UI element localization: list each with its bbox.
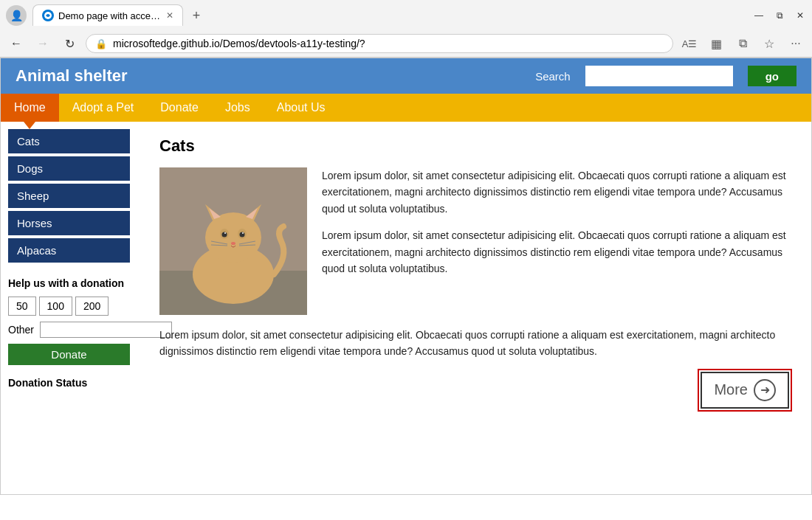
amount-100-button[interactable]: 100 xyxy=(39,297,72,316)
window-controls: — ⧉ ✕ xyxy=(753,10,806,21)
sidebar-item-alpacas[interactable]: Alpacas xyxy=(8,238,130,263)
tab-bar: Demo page with accessibility issu ✕ + xyxy=(32,4,747,26)
svg-point-14 xyxy=(242,232,244,234)
minimize-button[interactable]: — xyxy=(753,10,765,21)
more-section: More ➜ xyxy=(159,372,789,409)
url-text: microsoftedge.github.io/Demos/devtools-a… xyxy=(113,38,664,49)
site-header: Animal shelter Search go xyxy=(1,58,811,94)
text-paragraphs: Lorem ipsum dolor, sit amet consectetur … xyxy=(322,167,789,315)
paragraph-2: Lorem ipsum dolor, sit amet consectetur … xyxy=(322,227,789,277)
nav-item-home[interactable]: Home xyxy=(1,94,59,122)
donation-section-title: Help us with a donation xyxy=(8,277,130,289)
title-bar: 👤 Demo page with accessibility issu ✕ + … xyxy=(0,0,812,30)
address-bar: ← → ↻ 🔒 microsoftedge.github.io/Demos/de… xyxy=(0,30,812,57)
amount-200-button[interactable]: 200 xyxy=(75,297,109,316)
svg-point-12 xyxy=(240,232,245,238)
arrow-right-icon: ➜ xyxy=(760,383,770,397)
url-box[interactable]: 🔒 microsoftedge.github.io/Demos/devtools… xyxy=(86,34,673,53)
refresh-button[interactable]: ↻ xyxy=(59,33,80,54)
amount-buttons: 50 100 200 xyxy=(8,297,130,316)
donate-button[interactable]: Donate xyxy=(8,344,130,365)
amount-50-button[interactable]: 50 xyxy=(8,297,36,316)
nav-item-about[interactable]: About Us xyxy=(264,94,339,122)
donation-status-title: Donation Status xyxy=(8,377,130,389)
address-actions: A☰ ▦ ⧉ ☆ ··· xyxy=(679,33,806,54)
immersive-reader-button[interactable]: ▦ xyxy=(706,33,726,54)
sidebar-item-cats[interactable]: Cats xyxy=(8,129,130,153)
read-aloud-button[interactable]: A☰ xyxy=(679,33,700,54)
go-button[interactable]: go xyxy=(748,66,796,86)
new-tab-button[interactable]: + xyxy=(186,5,207,26)
sidebar-item-dogs[interactable]: Dogs xyxy=(8,156,130,181)
browser-chrome: 👤 Demo page with accessibility issu ✕ + … xyxy=(0,0,812,58)
sidebar-item-sheep[interactable]: Sheep xyxy=(8,184,130,208)
site-wrapper: Animal shelter Search go Home Adopt a Pe… xyxy=(0,58,812,495)
close-window-button[interactable]: ✕ xyxy=(794,10,806,21)
lock-icon: 🔒 xyxy=(95,38,107,49)
more-button-label: More xyxy=(714,381,748,398)
favorites-button[interactable]: ☆ xyxy=(759,33,780,54)
profile-glyph: 👤 xyxy=(10,10,23,21)
svg-point-15 xyxy=(231,242,235,245)
svg-point-13 xyxy=(224,232,226,234)
paragraph-3: Lorem ipsum dolor, sit amet consectetur … xyxy=(159,327,789,360)
nav-item-donate[interactable]: Donate xyxy=(147,94,212,122)
content-row: Lorem ipsum dolor, sit amet consectetur … xyxy=(159,167,789,315)
sidebar-item-horses[interactable]: Horses xyxy=(8,211,130,235)
restore-button[interactable]: ⧉ xyxy=(774,10,785,21)
forward-button[interactable]: → xyxy=(32,33,53,54)
site-nav: Home Adopt a Pet Donate Jobs About Us xyxy=(1,94,811,122)
profile-icon[interactable]: 👤 xyxy=(6,5,27,26)
back-button[interactable]: ← xyxy=(6,33,27,54)
picture-in-picture-button[interactable]: ⧉ xyxy=(732,33,753,54)
tab-close-button[interactable]: ✕ xyxy=(166,10,173,21)
more-button[interactable]: More ➜ xyxy=(701,372,789,409)
sidebar: Cats Dogs Sheep Horses Alpacas Help us w… xyxy=(1,122,137,423)
nav-item-adopt[interactable]: Adopt a Pet xyxy=(59,94,148,122)
svg-point-11 xyxy=(222,232,227,238)
site-body: Cats Dogs Sheep Horses Alpacas Help us w… xyxy=(1,122,811,423)
cat-image xyxy=(159,167,307,315)
active-tab[interactable]: Demo page with accessibility issu ✕ xyxy=(32,4,183,26)
tab-title: Demo page with accessibility issu xyxy=(58,10,162,21)
donation-section: Help us with a donation 50 100 200 Other… xyxy=(8,277,130,389)
more-tools-button[interactable]: ··· xyxy=(785,33,806,54)
main-content: Cats xyxy=(137,122,811,423)
search-input[interactable] xyxy=(585,66,733,86)
tab-favicon xyxy=(42,10,54,21)
more-arrow-circle: ➜ xyxy=(754,379,776,401)
site-title: Animal shelter xyxy=(16,66,520,86)
other-row: Other xyxy=(8,322,130,338)
other-label: Other xyxy=(8,324,34,336)
paragraph-1: Lorem ipsum dolor, sit amet consectetur … xyxy=(322,167,789,217)
search-label: Search xyxy=(535,70,571,83)
page-title: Cats xyxy=(159,136,789,156)
nav-item-jobs[interactable]: Jobs xyxy=(212,94,264,122)
